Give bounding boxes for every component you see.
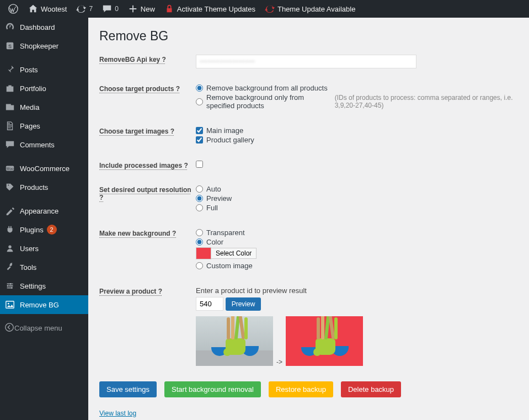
svg-point-11 [6, 323, 13, 331]
save-settings-button[interactable]: Save settings [99, 381, 157, 397]
activate-theme-updates[interactable]: Activate Theme Updates [159, 0, 260, 18]
menu-shopkeeper[interactable]: SShopkeeper [0, 36, 88, 55]
menu-plugins[interactable]: Plugins2 [0, 220, 88, 239]
updates[interactable]: 7 [71, 0, 97, 18]
menu-portfolio[interactable]: Portfolio [0, 79, 88, 98]
menu-pages[interactable]: Pages [0, 116, 88, 135]
delete-backup-button[interactable]: Delete backup [341, 381, 401, 397]
bg-label: Make new background ? [99, 228, 196, 237]
select-color-button[interactable]: Select Color [211, 248, 257, 259]
menu-label: Posts [20, 66, 38, 74]
res-full-radio[interactable]: Full [196, 204, 518, 212]
page-title: Remove BG [99, 29, 518, 44]
media-icon [4, 102, 15, 113]
menu-woocommerce[interactable]: WooWooCommerce [0, 159, 88, 178]
comments-icon [4, 139, 15, 150]
svg-point-5 [8, 246, 11, 248]
menu-label: Plugins [20, 226, 44, 234]
preview-hint: Enter a product id to preview result [196, 286, 518, 295]
comments[interactable]: 0 [97, 0, 123, 18]
comments-count: 0 [115, 5, 119, 13]
target-images-label: Choose target images ? [99, 126, 196, 135]
menu-products[interactable]: Products [0, 178, 88, 196]
menu-label: Dashboard [20, 23, 55, 31]
restore-backup-button[interactable]: Restore backup [269, 381, 333, 397]
portfolio-icon [4, 83, 15, 94]
target-hint: (IDs of products to process: comma separ… [335, 94, 518, 109]
product-gallery-check[interactable]: Product gallery [196, 136, 518, 144]
menu-label: Products [20, 183, 48, 192]
new-content[interactable]: New [123, 0, 159, 18]
menu-label: Pages [20, 122, 40, 130]
users-icon [4, 243, 15, 254]
bg-custom-radio[interactable]: Custom image [196, 262, 518, 270]
shopkeeper-icon: S [4, 40, 15, 51]
main-image-check[interactable]: Main image [196, 126, 518, 135]
bg-color-radio[interactable]: Color [196, 238, 518, 246]
menu-label: Settings [20, 282, 46, 290]
theme-update-available[interactable]: Theme Update Available [260, 0, 360, 18]
menu-label: Comments [20, 141, 55, 149]
update-available-icon [264, 3, 275, 14]
tools-icon [4, 262, 15, 273]
lock-icon [164, 3, 175, 14]
menu-users[interactable]: Users [0, 239, 88, 258]
include-processed-check[interactable] [196, 161, 203, 168]
preview-id-input[interactable] [196, 297, 223, 311]
svg-point-6 [10, 283, 12, 285]
menu-dashboard[interactable]: Dashboard [0, 18, 88, 36]
settings-icon [4, 280, 15, 291]
menu-posts[interactable]: Posts [0, 60, 88, 79]
start-removal-button[interactable]: Start background removal [164, 381, 261, 397]
menu-tools[interactable]: Tools [0, 258, 88, 277]
admin-sidebar: Dashboard SShopkeeper Posts Portfolio Me… [0, 18, 88, 420]
include-processed-label: Include processed images ? [99, 161, 196, 169]
menu-settings[interactable]: Settings [0, 277, 88, 295]
site-name[interactable]: Wootest [23, 0, 71, 18]
api-key-input[interactable] [196, 55, 416, 68]
menu-label: Portfolio [20, 84, 46, 93]
menu-label: Appearance [20, 207, 58, 215]
updates-count: 7 [89, 5, 93, 13]
update-icon [76, 3, 87, 14]
page-content: Remove BG RemoveBG Api key ? Choose targ… [88, 18, 529, 420]
menu-label: Remove BG [20, 301, 59, 309]
collapse-icon [4, 322, 14, 334]
theme-update-label: Theme Update Available [277, 5, 355, 13]
res-auto-radio[interactable]: Auto [196, 185, 518, 193]
api-key-label: RemoveBG Api key ? [99, 55, 196, 63]
new-label: New [141, 5, 155, 13]
plugin-updates-badge: 2 [47, 225, 57, 235]
menu-label: Tools [20, 263, 36, 272]
view-log-link[interactable]: View last log [99, 410, 136, 417]
dashboard-icon [4, 22, 15, 33]
menu-comments[interactable]: Comments [0, 135, 88, 154]
menu-label: Users [20, 244, 39, 253]
image-icon [4, 299, 15, 310]
menu-label: WooCommerce [20, 164, 70, 173]
appearance-icon [4, 205, 15, 216]
collapse-menu[interactable]: Collapse menu [0, 318, 88, 338]
activate-label: Activate Theme Updates [177, 5, 255, 13]
bg-transparent-radio[interactable]: Transparent [196, 228, 518, 237]
target-specified-radio[interactable]: Remove background only from specified pr… [196, 93, 518, 110]
pages-icon [4, 120, 15, 131]
resolution-label: Set desired output resolution ? [99, 185, 196, 201]
site-title: Wootest [41, 5, 67, 13]
menu-label: Shopkeeper [20, 42, 58, 50]
menu-remove-bg[interactable]: Remove BG [0, 295, 88, 314]
res-preview-radio[interactable]: Preview [196, 194, 518, 203]
wp-logo[interactable] [3, 0, 23, 18]
home-icon [28, 3, 39, 14]
plus-icon [127, 3, 138, 14]
preview-before-image [196, 316, 273, 366]
admin-toolbar: Wootest 7 0 New Activate Theme Updates T… [0, 0, 529, 18]
target-all-radio[interactable]: Remove background from all products [196, 84, 518, 92]
preview-button[interactable]: Preview [226, 297, 261, 311]
menu-media[interactable]: Media [0, 98, 88, 116]
comment-icon [101, 3, 113, 14]
svg-point-7 [7, 285, 9, 287]
menu-label: Media [20, 103, 39, 111]
svg-text:S: S [8, 44, 12, 49]
menu-appearance[interactable]: Appearance [0, 201, 88, 220]
